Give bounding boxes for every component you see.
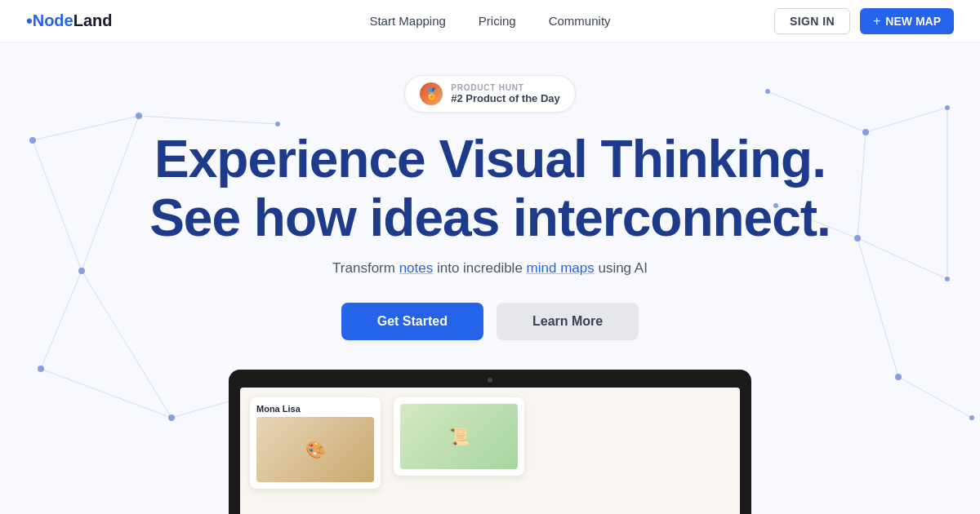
card2-image: 📜 — [400, 404, 518, 469]
ph-badge-title: #2 Product of the Day — [451, 92, 560, 104]
svg-point-26 — [765, 89, 770, 94]
new-map-label: NEW MAP — [885, 15, 941, 28]
svg-line-3 — [82, 116, 139, 271]
laptop-camera — [488, 378, 492, 383]
svg-line-5 — [41, 369, 172, 418]
logo-node-text: Node — [33, 11, 74, 30]
logo[interactable]: •NodeLand — [26, 11, 112, 32]
svg-line-9 — [866, 108, 947, 132]
svg-line-2 — [139, 116, 278, 124]
svg-line-0 — [33, 116, 139, 140]
laptop-frame: Mona Lisa 🎨 📜 — [229, 370, 751, 514]
nav-links: Start Mapping Pricing Community — [369, 14, 610, 29]
product-hunt-icon: 🏅 — [420, 82, 443, 105]
hero-cta-group: Get Started Learn More — [341, 303, 639, 340]
laptop-mockup: Mona Lisa 🎨 📜 — [229, 370, 751, 514]
svg-point-30 — [854, 235, 861, 241]
svg-point-20 — [136, 113, 142, 119]
new-map-plus-icon: + — [873, 14, 880, 29]
signin-button[interactable]: SIGN IN — [774, 8, 850, 34]
svg-point-25 — [275, 122, 280, 126]
subtext-notes-link[interactable]: notes — [399, 260, 434, 276]
svg-point-33 — [969, 415, 974, 420]
svg-point-19 — [29, 137, 36, 144]
navbar: •NodeLand Start Mapping Pricing Communit… — [0, 0, 980, 42]
hero-heading: Experience Visual Thinking. See how idea… — [149, 131, 831, 247]
screen-card-2: 📜 — [394, 397, 524, 476]
svg-line-4 — [41, 271, 82, 369]
hero-subtext: Transform notes into incredible mind map… — [332, 260, 648, 277]
nav-community[interactable]: Community — [549, 14, 611, 28]
nav-actions: SIGN IN + NEW MAP — [774, 8, 954, 34]
nav-pricing[interactable]: Pricing — [479, 14, 516, 28]
subtext-middle: into incredible — [433, 260, 526, 276]
svg-line-10 — [858, 132, 866, 238]
svg-line-15 — [898, 377, 972, 418]
logo-dot: • — [26, 11, 33, 32]
svg-point-21 — [78, 268, 85, 274]
subtext-suffix: using AI — [595, 260, 648, 276]
svg-point-28 — [945, 105, 950, 110]
get-started-button[interactable]: Get Started — [341, 303, 483, 340]
screen-card-mona-lisa: Mona Lisa 🎨 — [250, 397, 381, 489]
ph-source-label: PRODUCT HUNT — [451, 83, 560, 92]
subtext-prefix: Transform — [332, 260, 399, 276]
ph-badge-content: PRODUCT HUNT #2 Product of the Day — [451, 83, 560, 104]
nav-start-mapping[interactable]: Start Mapping — [369, 14, 445, 28]
svg-line-8 — [768, 91, 866, 132]
new-map-button[interactable]: + NEW MAP — [860, 8, 954, 34]
subtext-mindmaps-link[interactable]: mind maps — [527, 260, 595, 276]
svg-point-32 — [895, 374, 902, 380]
svg-point-31 — [945, 277, 950, 281]
hero-headline: Experience Visual Thinking. See how idea… — [149, 131, 831, 247]
svg-point-22 — [38, 366, 44, 372]
svg-line-6 — [82, 271, 172, 418]
hero-headline-line1: Experience Visual Thinking. — [154, 130, 826, 188]
logo-land-text: Land — [74, 11, 113, 30]
svg-point-23 — [168, 414, 175, 421]
card1-image: 🎨 — [256, 417, 374, 482]
svg-point-27 — [862, 129, 869, 135]
hero-section: 🏅 PRODUCT HUNT #2 Product of the Day Exp… — [0, 42, 980, 514]
svg-line-14 — [858, 238, 898, 377]
svg-line-12 — [858, 238, 947, 279]
learn-more-button[interactable]: Learn More — [497, 303, 639, 340]
card1-title: Mona Lisa — [256, 404, 374, 414]
product-hunt-badge: 🏅 PRODUCT HUNT #2 Product of the Day — [404, 75, 576, 113]
laptop-screen: Mona Lisa 🎨 📜 — [240, 388, 740, 514]
hero-headline-line2: See how ideas interconnect. — [149, 188, 831, 247]
svg-line-1 — [33, 140, 82, 271]
